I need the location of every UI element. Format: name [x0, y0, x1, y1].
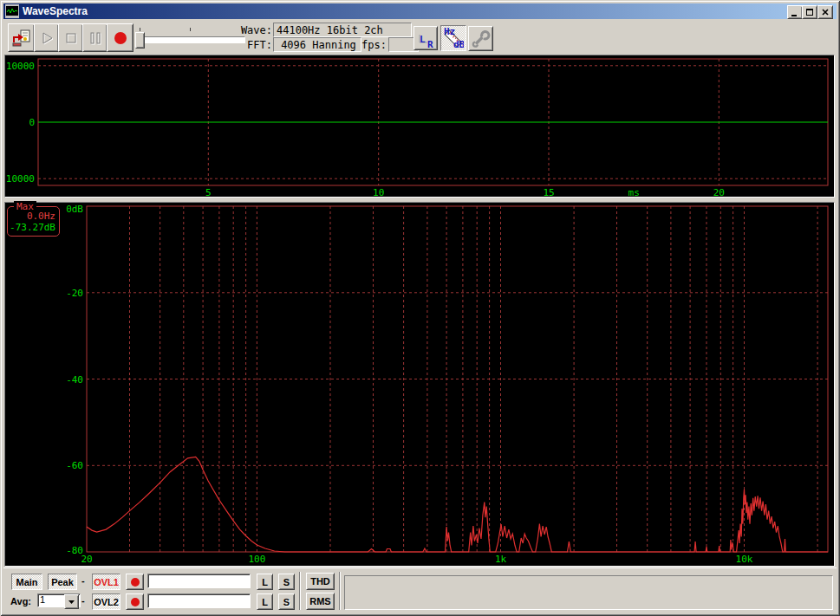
thd-button[interactable]: THD	[306, 573, 335, 590]
close-button[interactable]	[817, 5, 833, 19]
max-frequency-value: 0.0Hz	[27, 211, 55, 222]
dash-separator: -	[81, 595, 85, 606]
stop-button[interactable]	[58, 23, 83, 52]
svg-text:0dB: 0dB	[66, 204, 83, 215]
svg-text:L: L	[420, 34, 426, 45]
wave-format-field: 44100Hz 16bit 2ch	[273, 23, 412, 37]
svg-text:100: 100	[248, 554, 265, 565]
ovl1-comment-field[interactable]	[147, 574, 251, 588]
record-button[interactable]	[107, 23, 133, 52]
lr-channel-icon: L R	[416, 28, 435, 49]
spectrum-panel: 201001k10k0dB-20-40-60-80 Max 0.0Hz -73.…	[4, 202, 835, 567]
load-button-1[interactable]: L	[257, 574, 273, 590]
ovl2-toggle-button[interactable]: OVL2	[92, 593, 120, 610]
maximize-icon	[804, 7, 815, 17]
rms-button[interactable]: RMS	[306, 593, 335, 610]
svg-text:10k: 10k	[736, 554, 753, 565]
spectrum-chart: 201001k10k0dB-20-40-60-80	[5, 203, 834, 566]
ovl1-toggle-button[interactable]: OVL1	[92, 574, 120, 590]
wave-label: Wave:	[220, 24, 272, 36]
stop-icon	[62, 29, 80, 47]
record-icon	[112, 29, 129, 47]
avg-combobox-arrow[interactable]	[64, 594, 79, 609]
max-level-value: -73.27dB	[10, 222, 55, 233]
svg-text:10000: 10000	[6, 61, 35, 72]
svg-text:15: 15	[543, 187, 554, 197]
max-readout-box: Max 0.0Hz -73.27dB	[7, 206, 60, 237]
main-toggle-button[interactable]: Main	[11, 574, 42, 590]
lr-channel-button[interactable]: L R	[413, 26, 438, 50]
toolbar-separator	[299, 572, 301, 610]
window-title: WaveSpectra	[20, 5, 88, 17]
waveform-panel: 5101520ms100000-10000	[4, 55, 835, 198]
svg-text:ms: ms	[628, 187, 640, 197]
toolbar: Wave: 44100Hz 16bit 2ch FFT: 4096 Hannin…	[3, 19, 837, 54]
open-file-button[interactable]	[8, 23, 35, 52]
svg-text:-20: -20	[66, 288, 83, 299]
svg-text:10: 10	[373, 187, 384, 197]
open-file-icon	[12, 29, 31, 48]
svg-text:-10000: -10000	[5, 173, 35, 185]
avg-label: Avg:	[10, 596, 31, 606]
settings-wrench-button[interactable]	[468, 26, 493, 51]
svg-text:-60: -60	[66, 460, 83, 471]
ovl2-record-button[interactable]	[126, 593, 144, 610]
svg-text:-80: -80	[66, 545, 83, 556]
svg-text:20: 20	[713, 187, 725, 197]
toolbar-separator	[339, 572, 341, 610]
load-button-2[interactable]: L	[257, 593, 273, 610]
wrench-icon	[472, 29, 491, 49]
ovl2-comment-field[interactable]	[147, 593, 251, 608]
status-panel	[344, 575, 833, 610]
pause-button[interactable]	[82, 23, 107, 52]
fft-settings-field: 4096 Hanning	[273, 37, 361, 52]
hz-db-scale-button[interactable]: Hz dB	[440, 25, 466, 51]
save-button-2[interactable]: S	[278, 593, 295, 610]
waveform-chart: 5101520ms100000-10000	[5, 55, 834, 197]
save-button-1[interactable]: S	[278, 574, 295, 590]
slider-tick	[140, 28, 140, 31]
bottom-control-bar: Main Peak - OVL1 L S THD Avg: 1 - OVL2 L…	[3, 567, 837, 614]
wavespectra-window: WaveSpectra	[0, 0, 840, 616]
ovl1-record-button[interactable]	[126, 574, 144, 590]
chevron-down-icon	[68, 600, 75, 605]
svg-text:1k: 1k	[495, 554, 507, 565]
svg-text:0: 0	[29, 117, 35, 128]
play-icon	[38, 29, 55, 47]
maximize-button[interactable]	[802, 5, 817, 19]
app-icon	[5, 4, 19, 18]
titlebar[interactable]: WaveSpectra	[3, 3, 837, 19]
svg-text:Hz: Hz	[444, 28, 455, 37]
record-dot-icon	[131, 578, 140, 587]
hz-db-scale-icon: Hz dB	[443, 28, 464, 49]
svg-text:-40: -40	[66, 374, 83, 386]
slider-tick	[190, 28, 191, 31]
minimize-icon	[790, 7, 800, 17]
minimize-button[interactable]	[787, 5, 803, 19]
svg-text:dB: dB	[453, 39, 464, 49]
avg-combobox[interactable]: 1	[37, 593, 79, 609]
dash-separator: -	[81, 575, 85, 586]
fps-label: fps:	[361, 39, 387, 51]
fft-label: FFT:	[220, 39, 272, 51]
pause-icon	[87, 29, 104, 47]
svg-text:5: 5	[205, 187, 212, 197]
svg-text:R: R	[427, 39, 433, 49]
slider-thumb[interactable]	[135, 32, 145, 49]
peak-toggle-button[interactable]: Peak	[48, 574, 77, 590]
close-icon	[820, 7, 830, 17]
record-dot-icon	[131, 598, 140, 606]
play-button[interactable]	[34, 23, 59, 52]
